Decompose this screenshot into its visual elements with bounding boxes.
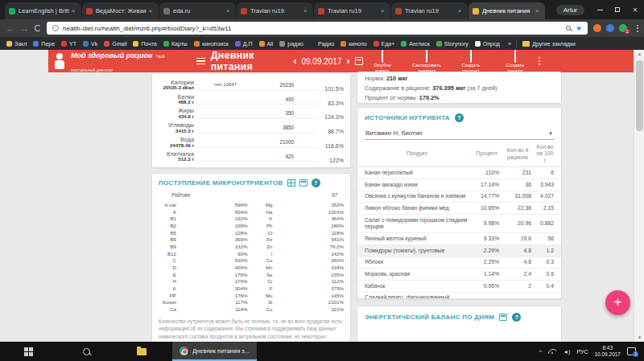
- page-info-icon[interactable]: i: [52, 25, 59, 31]
- back-icon[interactable]: ←: [6, 24, 14, 33]
- product-name[interactable]: Помидоры (томаты), грунтовые: [357, 244, 472, 256]
- table-row[interactable]: Сладкий перец, фаршированный кунжутной п…: [357, 292, 561, 299]
- nutrient-select[interactable]: Витамин H, биотин ▼: [365, 128, 554, 140]
- table-row[interactable]: Банан переспелый 110% 231 6: [357, 167, 561, 179]
- bookmark-item[interactable]: Пере: [33, 41, 55, 47]
- table-row[interactable]: Овсянка с кунжутом бананом и изюмом 14.7…: [357, 191, 561, 203]
- extension-icon-blue[interactable]: [606, 24, 614, 32]
- notification-center-icon[interactable]: 1: [627, 347, 636, 355]
- close-button[interactable]: [626, 0, 644, 19]
- product-name[interactable]: Кабачок: [357, 280, 472, 292]
- logo-mascot[interactable]: [52, 51, 68, 71]
- table-row[interactable]: Банан авокадо изюм 17.14% 36 3.943: [357, 179, 561, 191]
- forward-icon[interactable]: →: [20, 24, 29, 33]
- tab-close-icon[interactable]: [224, 7, 232, 14]
- tab-close-icon[interactable]: [378, 7, 386, 14]
- browser-profile-chip[interactable]: Artur: [556, 5, 584, 15]
- browser-tab[interactable]: Travian ru19: [237, 2, 313, 19]
- help-icon[interactable]: ?: [312, 178, 320, 187]
- header-action-button[interactable]: Скопировать дневник: [407, 50, 447, 74]
- product-name[interactable]: Яичный желток куриный: [357, 233, 472, 245]
- bookmark-item[interactable]: Опрод: [475, 41, 500, 47]
- table-row[interactable]: Салат с помидорами горошком сладким перц…: [357, 215, 561, 233]
- scroll-up-icon[interactable]: ▲: [634, 51, 644, 56]
- wifi-icon[interactable]: [548, 349, 556, 355]
- bookmark-item[interactable]: Vk: [83, 41, 97, 47]
- product-name[interactable]: Яблоки: [357, 256, 472, 269]
- start-button[interactable]: [24, 347, 33, 356]
- reload-icon[interactable]: [35, 25, 41, 31]
- bookmark-item[interactable]: Радио: [310, 41, 334, 47]
- page-scrollbar[interactable]: ▲ ▼: [634, 50, 644, 342]
- product-name[interactable]: Сладкий перец, фаршированный кунжутной п…: [357, 292, 472, 299]
- add-food-fab[interactable]: +: [605, 290, 630, 315]
- browser-tab[interactable]: eda.ru: [159, 2, 236, 19]
- bookmark-item[interactable]: YT: [61, 41, 76, 47]
- table-row[interactable]: Лимон яблоко банан финики мед 10.65% 22.…: [357, 203, 561, 215]
- bookmark-item[interactable]: Закл: [6, 41, 27, 47]
- header-action-button[interactable]: Создать продукт: [452, 50, 491, 74]
- next-day-icon[interactable]: ›: [347, 56, 350, 66]
- other-bookmarks-button[interactable]: Другие закладки: [522, 41, 576, 47]
- bookmark-item[interactable]: Storynory: [436, 41, 469, 47]
- bookmark-item[interactable]: кинопоиск: [194, 41, 229, 47]
- tab-close-icon[interactable]: [147, 7, 155, 14]
- extension-icon-orange[interactable]: [593, 24, 601, 32]
- browser-tab[interactable]: Дневник питания: [469, 2, 545, 19]
- bookmark-star-icon[interactable]: ★: [576, 25, 582, 32]
- minimize-button[interactable]: [591, 0, 609, 19]
- prev-day-icon[interactable]: ‹: [293, 56, 296, 66]
- menu-hamburger-icon[interactable]: [196, 58, 205, 65]
- bookmark-item[interactable]: радио: [279, 41, 303, 47]
- brand-block[interactable]: Мой здоровый рацион Твой виртуальный дие…: [71, 50, 188, 75]
- help-icon[interactable]: ?: [455, 113, 464, 122]
- taskbar-clock[interactable]: 8:43 10.09.2017: [594, 345, 621, 359]
- table-row[interactable]: Яблоки 2.29% 4.8 0.3: [357, 256, 561, 269]
- file-explorer-icon[interactable]: [137, 348, 147, 355]
- scrollbar-thumb[interactable]: [636, 60, 643, 131]
- bookmark-item[interactable]: Д.П: [235, 41, 253, 47]
- bookmark-item[interactable]: Еда+: [374, 41, 395, 47]
- bookmarks-overflow-icon[interactable]: »: [508, 40, 511, 47]
- restore-button[interactable]: [609, 0, 626, 19]
- table-view-icon[interactable]: [287, 179, 295, 187]
- calendar-view-icon[interactable]: [499, 314, 507, 321]
- browser-tab[interactable]: ВедаМост: Живая: [82, 2, 159, 19]
- calendar-view-icon[interactable]: [299, 179, 308, 187]
- bookmark-item[interactable]: Ali: [259, 41, 274, 47]
- bookmark-item[interactable]: кинопо: [341, 41, 366, 47]
- table-row[interactable]: Помидоры (томаты), грунтовые 2.29% 4.8 1…: [357, 244, 561, 256]
- tab-close-icon[interactable]: [456, 7, 464, 14]
- bookmark-item[interactable]: Англиск: [401, 41, 430, 47]
- speaker-icon[interactable]: ◄): [563, 349, 570, 355]
- current-date[interactable]: 09.09.2017: [301, 57, 341, 66]
- product-name[interactable]: Банан переспелый: [357, 167, 472, 179]
- browser-tab[interactable]: Travian ru19: [314, 2, 390, 19]
- product-name[interactable]: Банан авокадо изюм: [357, 179, 472, 191]
- tab-close-icon[interactable]: [533, 7, 541, 14]
- product-name[interactable]: Лимон яблоко банан финики мед: [357, 203, 472, 215]
- bookmark-item[interactable]: Gmail: [104, 41, 126, 47]
- header-action-button[interactable]: Создать рецепт: [496, 50, 535, 74]
- tab-close-icon[interactable]: [69, 7, 77, 14]
- chrome-task-button[interactable]: Дневник питания з...: [172, 342, 257, 361]
- bookmark-item[interactable]: Почта: [133, 41, 156, 47]
- browser-menu-icon[interactable]: [637, 25, 638, 32]
- taskbar-search-icon[interactable]: [83, 348, 90, 355]
- header-more-icon[interactable]: [539, 57, 541, 66]
- url-text[interactable]: health-diet.ru/health_diet/mzr6.php#/foo…: [63, 25, 232, 32]
- extension-icon-green[interactable]: 1: [619, 24, 627, 32]
- browser-tab[interactable]: Travian ru19: [391, 2, 468, 19]
- help-icon[interactable]: ?: [512, 313, 521, 322]
- header-action-button[interactable]: Опубли ковать: [363, 50, 402, 74]
- browser-tab[interactable]: LearnEnglish | Briti: [5, 2, 81, 19]
- language-indicator[interactable]: РУС: [576, 349, 588, 355]
- tray-chevron-icon[interactable]: ^: [539, 348, 542, 355]
- calendar-icon[interactable]: [355, 57, 363, 65]
- table-row[interactable]: Морковь, красная 1.14% 2.4 0.6: [357, 269, 561, 281]
- zoom-page-icon[interactable]: [566, 26, 571, 31]
- product-name[interactable]: Салат с помидорами горошком сладким перц…: [357, 215, 472, 233]
- scroll-down-icon[interactable]: ▼: [634, 335, 644, 340]
- table-row[interactable]: Кабачок 0.95% 2 0.4: [357, 280, 561, 292]
- table-row[interactable]: Яичный желток куриный 9.33% 19.6 56: [357, 233, 561, 245]
